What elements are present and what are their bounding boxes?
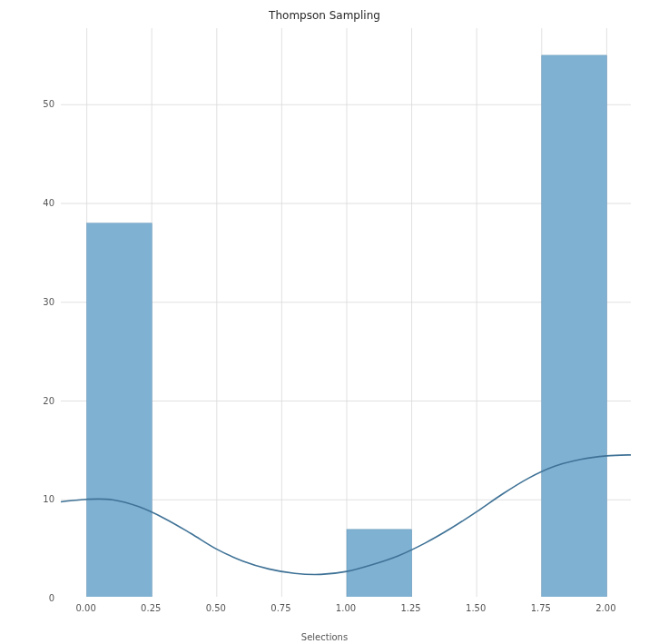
bar — [542, 55, 607, 597]
x-axis-label: Selections — [0, 632, 649, 642]
x-tick-label: 0.00 — [75, 603, 95, 613]
y-tick-label: 0 — [18, 593, 54, 603]
x-tick-label: 1.00 — [336, 603, 356, 613]
y-tick-label: 40 — [18, 198, 54, 208]
chart-title: Thompson Sampling — [0, 9, 649, 22]
x-tick-label: 0.75 — [270, 603, 290, 613]
y-tick-label: 20 — [18, 395, 54, 405]
x-tick-label: 1.25 — [400, 603, 420, 613]
x-tick-label: 0.50 — [206, 603, 226, 613]
x-tick-label: 1.50 — [466, 603, 486, 613]
chart-svg — [61, 28, 631, 597]
plot-area — [60, 27, 632, 598]
x-tick-label: 1.75 — [531, 603, 551, 613]
y-tick-label: 30 — [18, 296, 54, 306]
bar — [87, 223, 152, 597]
x-tick-label: 2.00 — [595, 603, 615, 613]
x-tick-label: 0.25 — [141, 603, 161, 613]
y-tick-label: 10 — [18, 494, 54, 504]
chart-figure: Thompson Sampling Numbers of the Chosen … — [0, 0, 649, 644]
y-tick-label: 50 — [18, 99, 54, 109]
